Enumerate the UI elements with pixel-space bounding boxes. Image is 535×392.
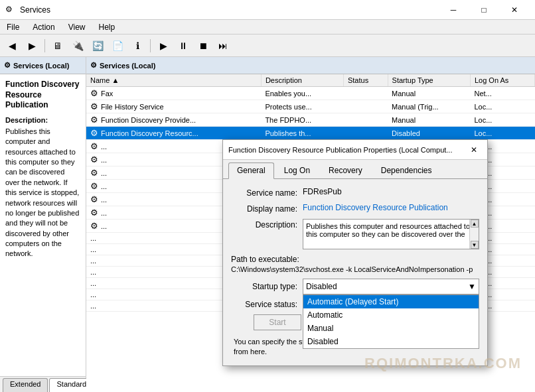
right-panel-icon: ⚙ [90, 61, 97, 70]
service-row-description: The FDPHO... [261, 113, 343, 127]
toolbar-back[interactable]: ◀ [3, 36, 21, 55]
service-row-icon: ⚙ [90, 88, 98, 98]
description-box: Publishes this computer and resources at… [303, 219, 479, 249]
service-row-name: ... [101, 182, 107, 190]
start-button[interactable]: Start [254, 314, 301, 330]
toolbar-sep-1 [44, 39, 45, 52]
col-logon[interactable]: Log On As [470, 74, 534, 87]
service-row-startup: Manual [388, 113, 470, 127]
service-row-startup: Manual [388, 87, 470, 100]
scroll-up-button[interactable]: ▲ [471, 220, 479, 228]
tab-bar: Extended Standard [0, 376, 86, 392]
table-row[interactable]: ⚙FaxEnables you...ManualNet... [86, 87, 535, 100]
toolbar-connect[interactable]: 🔌 [68, 36, 87, 55]
toolbar-refresh[interactable]: 🔄 [88, 36, 107, 55]
service-row-name: Function Discovery Resourc... [101, 129, 198, 137]
service-name-value: FDResPub [303, 187, 479, 196]
window-title: Services [20, 5, 438, 15]
dropdown-item-automatic[interactable]: Automatic [303, 308, 479, 322]
service-row-startup: Disabled [388, 127, 470, 140]
col-description[interactable]: Description [261, 74, 343, 87]
toolbar-restart[interactable]: ⏭ [214, 36, 232, 55]
toolbar-help[interactable]: ℹ [128, 36, 147, 55]
service-row-icon: ⚙ [90, 141, 98, 151]
left-panel-header: ⚙ Services (Local) [0, 57, 86, 74]
display-name-label: Display name: [231, 203, 297, 214]
maximize-button[interactable]: □ [469, 0, 499, 20]
left-panel-content: Function Discovery Resource Publication … [0, 74, 86, 376]
dropdown-item-auto-delayed[interactable]: Automatic (Delayed Start) [303, 295, 479, 308]
modal-tab-general[interactable]: General [228, 163, 274, 179]
menu-file[interactable]: File [0, 20, 26, 34]
col-status[interactable]: Status [343, 74, 388, 87]
status-label: Service status: [231, 300, 297, 309]
dropdown-item-manual[interactable]: Manual [303, 322, 479, 335]
service-row-status [343, 100, 388, 113]
modal-tab-dependencies[interactable]: Dependencies [372, 163, 441, 178]
right-panel-header-label: Services (Local) [100, 62, 155, 70]
service-row-icon: ⚙ [90, 208, 98, 218]
right-panel-header: ⚙ Services (Local) [86, 57, 535, 74]
toolbar-stop[interactable]: ⏹ [194, 36, 212, 55]
startup-row: Startup type: Disabled ▼ Automatic (Dela… [231, 279, 479, 294]
menu-view[interactable]: View [62, 20, 92, 34]
table-row[interactable]: ⚙File History ServiceProtects use...Manu… [86, 100, 535, 113]
service-row-description: Enables you... [261, 87, 343, 100]
minimize-button[interactable]: ─ [438, 0, 469, 20]
col-name[interactable]: Name ▲ [86, 74, 261, 87]
service-row-icon: ⚙ [90, 155, 98, 164]
menu-help[interactable]: Help [92, 20, 122, 34]
modal-close-button[interactable]: ✕ [466, 142, 482, 158]
service-row-icon: ⚙ [90, 128, 98, 138]
description-label: Description: [231, 219, 297, 229]
service-row-description: Publishes th... [261, 127, 343, 140]
service-row-description: Protects use... [261, 100, 343, 113]
service-row-name: ... [101, 169, 107, 177]
service-title: Function Discovery Resource Publication [5, 80, 80, 111]
service-row-name: ... [101, 196, 107, 204]
path-value: C:\Windows\system32\svchost.exe -k Local… [231, 265, 479, 273]
scroll-down-button[interactable]: ▼ [471, 241, 479, 249]
description-scrollbar: ▲ ▼ [469, 220, 479, 249]
modal-tabs: General Log On Recovery Dependencies [223, 160, 487, 179]
service-row-status [343, 113, 388, 127]
modal-title-text: Function Discovery Resource Publication … [228, 146, 466, 154]
toolbar-export[interactable]: 📄 [108, 36, 127, 55]
service-row-status [343, 127, 388, 140]
modal-title-bar: Function Discovery Resource Publication … [223, 140, 487, 160]
service-row-logon: Net... [470, 87, 534, 100]
modal-body: Service name: FDResPub Display name: Fun… [223, 179, 487, 365]
service-row-logon: Loc... [470, 113, 534, 127]
service-row-icon: ⚙ [90, 221, 98, 231]
tab-extended[interactable]: Extended [3, 378, 48, 392]
service-row-name: ... [101, 156, 107, 164]
service-row-name: ... [101, 143, 107, 151]
startup-select[interactable]: Disabled ▼ [303, 279, 479, 294]
startup-select-value: Disabled [306, 282, 337, 291]
toolbar-forward[interactable]: ▶ [23, 36, 41, 55]
service-row-icon: ⚙ [90, 181, 98, 191]
col-startup[interactable]: Startup Type [388, 74, 470, 87]
menu-action[interactable]: Action [26, 20, 61, 34]
service-row-name: ... [101, 222, 107, 230]
table-row[interactable]: ⚙Function Discovery Provide...The FDPHO.… [86, 113, 535, 127]
display-name-value: Function Discovery Resource Publication [303, 203, 479, 212]
description-text: Publishes this computer and resources at… [306, 222, 470, 238]
service-row-logon: Loc... [470, 127, 534, 140]
service-row-icon: ⚙ [90, 101, 98, 111]
startup-select-container: Disabled ▼ Automatic (Delayed Start) Aut… [303, 279, 479, 294]
description-row: Description: Publishes this computer and… [231, 219, 479, 249]
toolbar-browse[interactable]: 🖥 [48, 36, 67, 55]
close-button[interactable]: ✕ [499, 0, 530, 20]
dropdown-item-disabled[interactable]: Disabled [303, 335, 479, 348]
service-row-startup: Manual (Trig... [388, 100, 470, 113]
toolbar-pause[interactable]: ⏸ [174, 36, 192, 55]
display-name-row: Display name: Function Discovery Resourc… [231, 203, 479, 214]
service-name-label: Service name: [231, 187, 297, 198]
toolbar-start[interactable]: ▶ [154, 36, 173, 55]
startup-label: Startup type: [231, 282, 297, 291]
table-row[interactable]: ⚙Function Discovery Resourc...Publishes … [86, 127, 535, 140]
modal-tab-recovery[interactable]: Recovery [320, 163, 371, 178]
path-label: Path to executable: [231, 255, 479, 264]
modal-tab-logon[interactable]: Log On [275, 163, 319, 178]
